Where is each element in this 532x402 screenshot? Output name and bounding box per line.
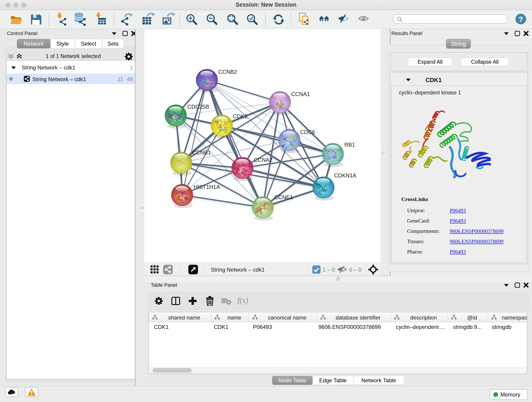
svg-text:CDC6: CDC6	[300, 129, 315, 135]
svg-text:CDK1: CDK1	[233, 113, 247, 119]
svg-text:CDKN1A: CDKN1A	[334, 172, 356, 179]
svg-text:CCNA1: CCNA1	[291, 91, 310, 97]
svg-text:CCNA2: CCNA2	[254, 157, 272, 163]
svg-text:RB1: RB1	[344, 142, 355, 148]
svg-text:CCNB2: CCNB2	[218, 69, 237, 75]
svg-text:CCNB1: CCNB1	[192, 149, 211, 156]
svg-text:CDC25B: CDC25B	[187, 104, 209, 110]
svg-text:HIST1H1A: HIST1H1A	[194, 184, 220, 190]
svg-text:CCNE1: CCNE1	[274, 194, 293, 200]
